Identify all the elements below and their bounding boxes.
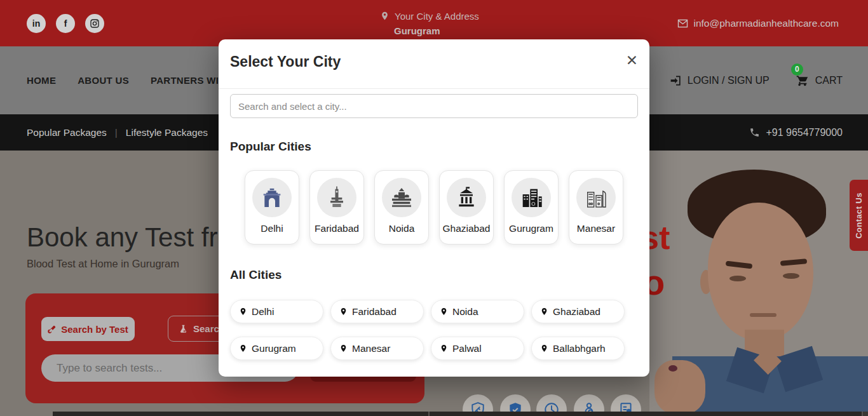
bottom-strip-segment bbox=[53, 412, 430, 416]
pin-icon bbox=[239, 343, 247, 354]
man-mouth bbox=[750, 313, 776, 317]
phone-number: +91 9654779000 bbox=[766, 127, 843, 138]
city-search-input[interactable] bbox=[230, 94, 638, 118]
city-pill-gurugram[interactable]: Gurugram bbox=[230, 337, 323, 360]
location-pin-icon bbox=[380, 10, 390, 22]
pin-icon bbox=[239, 306, 247, 317]
man-ring bbox=[668, 365, 677, 372]
city-pill-label: Faridabad bbox=[352, 306, 397, 318]
pin-icon bbox=[339, 343, 348, 354]
hero-heading: Book any Test fro bbox=[27, 222, 233, 253]
close-icon[interactable]: ✕ bbox=[626, 53, 638, 68]
hero-subheading: Blood Test at Home in Gurugram bbox=[27, 258, 179, 270]
search-by-test-label: Search by Test bbox=[61, 324, 128, 335]
contact-us-label: Contact Us bbox=[854, 192, 864, 239]
city-card-delhi[interactable]: Delhi bbox=[245, 170, 299, 245]
email-text: info@pharmadianhealthcare.com bbox=[693, 18, 839, 29]
bottom-strip-segment bbox=[863, 412, 868, 416]
city-pill-delhi[interactable]: Delhi bbox=[230, 300, 323, 323]
pin-icon bbox=[339, 306, 348, 317]
city-card-label: Noida bbox=[389, 223, 415, 234]
city-pill-label: Ballabhgarh bbox=[553, 343, 606, 354]
search-by-test-button[interactable]: Search by Test bbox=[41, 317, 135, 341]
login-icon bbox=[670, 74, 682, 87]
contact-us-tab[interactable]: Contact Us bbox=[850, 180, 868, 251]
city-pill-label: Palwal bbox=[452, 343, 482, 354]
city-card-ghaziabad[interactable]: Ghaziabad bbox=[439, 170, 494, 245]
location-city: Gurugram bbox=[394, 25, 479, 36]
page: in f Your City & Address Gurugram info@p… bbox=[0, 0, 868, 416]
cart-label: CART bbox=[815, 75, 843, 86]
ghaziabad-building-icon bbox=[447, 178, 486, 217]
nav-popular-packages[interactable]: Popular Packages bbox=[27, 127, 107, 138]
city-card-faridabad[interactable]: Faridabad bbox=[309, 170, 364, 245]
social-links: in f bbox=[27, 14, 104, 33]
modal-header: Select Your City ✕ bbox=[219, 39, 649, 89]
flask-gear-icon bbox=[179, 324, 188, 334]
nav-about-us[interactable]: ABOUT US bbox=[78, 75, 129, 86]
city-card-manesar[interactable]: Manesar bbox=[569, 170, 623, 245]
city-card-noida[interactable]: Noida bbox=[374, 170, 429, 245]
city-card-label: Faridabad bbox=[315, 223, 359, 234]
instagram-icon[interactable] bbox=[85, 14, 104, 33]
man-eye-left bbox=[729, 276, 746, 281]
pin-icon bbox=[540, 306, 548, 317]
hero-photo-man bbox=[649, 151, 868, 412]
nav-lifestyle-packages[interactable]: Lifestyle Packages bbox=[126, 127, 208, 138]
envelope-icon bbox=[677, 19, 688, 28]
facebook-icon[interactable]: f bbox=[56, 14, 75, 33]
city-pill-manesar[interactable]: Manesar bbox=[330, 337, 424, 360]
city-pill-ghaziabad[interactable]: Ghaziabad bbox=[531, 300, 625, 323]
city-card-label: Delhi bbox=[261, 223, 283, 234]
all-cities-list: Delhi Faridabad Noida Ghaziabad Gurugram… bbox=[230, 300, 625, 360]
man-face bbox=[708, 203, 813, 341]
cart-button[interactable]: 0 CART bbox=[795, 74, 843, 88]
email-block[interactable]: info@pharmadianhealthcare.com bbox=[677, 18, 839, 29]
city-pill-label: Delhi bbox=[252, 306, 274, 318]
packages-divider: | bbox=[115, 127, 118, 138]
city-pill-label: Manesar bbox=[352, 343, 390, 354]
login-signup-button[interactable]: LOGIN / SIGN UP bbox=[670, 74, 770, 87]
pin-icon bbox=[440, 343, 448, 354]
phone-icon bbox=[749, 127, 760, 138]
select-city-modal: Select Your City ✕ Popular Cities Delhi … bbox=[219, 39, 649, 377]
test-tube-icon bbox=[48, 325, 57, 333]
nav-home[interactable]: HOME bbox=[27, 75, 56, 86]
popular-cities-title: Popular Cities bbox=[230, 140, 311, 154]
location-label: Your City & Address bbox=[395, 11, 479, 22]
city-pill-ballabhgarh[interactable]: Ballabhgarh bbox=[531, 337, 625, 360]
city-pill-faridabad[interactable]: Faridabad bbox=[330, 300, 424, 323]
delhi-monument-icon bbox=[252, 178, 292, 217]
modal-title: Select Your City bbox=[230, 53, 341, 70]
city-pill-label: Ghaziabad bbox=[553, 306, 600, 318]
popular-cities-cards: Delhi Faridabad Noida Ghaziabad bbox=[245, 170, 623, 245]
city-pill-noida[interactable]: Noida bbox=[431, 300, 524, 323]
bottom-strip-segment bbox=[430, 412, 863, 416]
city-card-label: Gurugram bbox=[509, 223, 553, 234]
man-eye-right bbox=[783, 273, 799, 279]
city-pill-label: Gurugram bbox=[252, 343, 296, 354]
linkedin-icon[interactable]: in bbox=[27, 14, 46, 33]
login-label: LOGIN / SIGN UP bbox=[688, 75, 770, 86]
bottom-cards-strip bbox=[53, 412, 868, 416]
phone-link[interactable]: +91 9654779000 bbox=[749, 114, 843, 151]
noida-temple-icon bbox=[382, 178, 421, 217]
city-card-label: Ghaziabad bbox=[443, 223, 491, 234]
manesar-buildings-icon bbox=[576, 178, 616, 217]
city-card-gurugram[interactable]: Gurugram bbox=[504, 170, 559, 245]
pin-icon bbox=[440, 306, 448, 317]
city-card-label: Manesar bbox=[577, 223, 615, 234]
city-pill-palwal[interactable]: Palwal bbox=[431, 337, 524, 360]
city-pill-label: Noida bbox=[452, 306, 478, 318]
man-fist bbox=[654, 360, 705, 412]
all-cities-title: All Cities bbox=[230, 268, 281, 282]
faridabad-tower-icon bbox=[317, 178, 356, 217]
cart-count-badge: 0 bbox=[791, 64, 803, 76]
gurugram-cityscape-icon bbox=[512, 178, 551, 217]
pin-icon bbox=[540, 343, 548, 354]
cart-icon bbox=[795, 74, 810, 88]
location-block[interactable]: Your City & Address Gurugram bbox=[380, 10, 479, 36]
